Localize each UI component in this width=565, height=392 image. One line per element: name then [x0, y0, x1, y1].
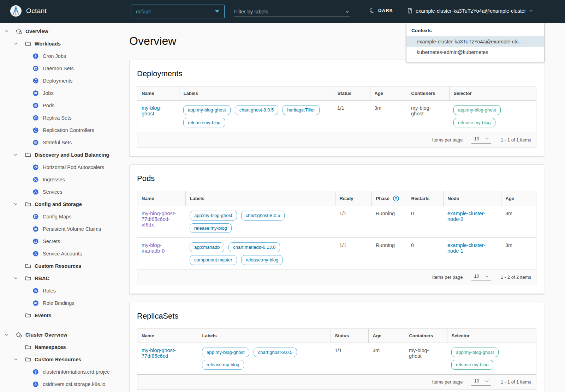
label-pill[interactable]: release:my-blog	[190, 223, 232, 233]
sidebar-item-cluster-overview[interactable]: Cluster Overview	[0, 328, 120, 341]
chevron-down-icon	[485, 274, 489, 278]
label-pill[interactable]: release:my-blog	[183, 118, 225, 128]
sidebar-item-stateful-sets[interactable]: Stateful Sets	[0, 136, 120, 149]
label-pill[interactable]: app:mariadb	[190, 242, 224, 252]
sidebar-item-roles[interactable]: Roles	[0, 284, 120, 297]
sidebar-item-role-bindings[interactable]: Role Bindings	[0, 297, 120, 309]
phase-cell: Running	[371, 238, 407, 270]
sidebar-item-custom-resources[interactable]: Custom Resources	[0, 260, 120, 272]
sidebar-item-clusterinformations[interactable]: clusterinformations.crd.projec	[0, 366, 120, 378]
label-pill[interactable]: chart:ghost-8.0.5	[235, 105, 279, 115]
pod-name-link[interactable]: my-blog-mariadb-0	[142, 242, 181, 254]
label-pill[interactable]: chart:ghost-8.0.5	[254, 348, 297, 357]
filter-icon[interactable]	[393, 195, 399, 201]
context-item-example-cluster[interactable]: example-cluster-ka3TuTzYo4a@example-clu…	[406, 36, 544, 47]
sidebar-item-config-and-storage[interactable]: Config and Storage	[0, 198, 120, 210]
chevron-down-icon[interactable]	[13, 41, 18, 46]
service-accounts-icon	[32, 251, 39, 257]
page-size-select[interactable]: 10	[471, 273, 491, 281]
page-size-select[interactable]: 10	[471, 378, 491, 386]
label-pill[interactable]: release:my-blog	[241, 255, 283, 265]
deployment-name-link[interactable]: my-blog-ghost	[142, 105, 173, 116]
stateful-sets-icon	[32, 139, 39, 146]
label-pill[interactable]: app:my-blog-ghost	[190, 211, 237, 221]
replicaset-name-link[interactable]: my-blog-ghost-77df85c6cd	[142, 348, 183, 359]
label-pill[interactable]: component:master	[190, 255, 237, 265]
context-selector-button[interactable]: example-cluster-ka3TuTzYo4a@example-clus…	[407, 8, 533, 14]
pagination-range: 1 - 1 of 1 items	[501, 137, 531, 143]
pod-name-link[interactable]: my-blog-ghost-77df85c6cd-vf6dx	[142, 211, 181, 228]
pagination-range: 1 - 2 of 2 items	[501, 275, 531, 280]
chevron-down-icon[interactable]	[345, 9, 350, 14]
sidebar-item-replication-controllers[interactable]: Replication Controllers	[0, 124, 120, 136]
context-item-kubernetes-admin[interactable]: kubernetes-admin@kubernetes	[406, 47, 544, 58]
sidebar-item-pods[interactable]: Pods	[0, 99, 120, 111]
age-cell: 3m	[501, 238, 536, 270]
restarts-cell: 0	[407, 238, 443, 270]
chevron-down-icon[interactable]	[13, 152, 18, 157]
sidebar-item-daemon-sets[interactable]: Daemon Sets	[0, 62, 120, 74]
col-header-ready: Ready	[335, 191, 371, 206]
col-header-labels: Labels	[198, 329, 331, 343]
replicasets-card: ReplicaSets Name Labels Status Age Conta…	[129, 302, 544, 392]
age-cell: 3m	[501, 206, 536, 238]
chevron-down-icon[interactable]	[13, 202, 18, 206]
sidebar-item-persistent-volume-claims[interactable]: Persistent Volume Claims	[0, 223, 120, 235]
sidebar-item-services[interactable]: Services	[0, 186, 120, 198]
restarts-cell: 0	[407, 206, 443, 238]
label-pill[interactable]: chart:ghost-8.0.5	[241, 211, 285, 221]
sidebar-item-csidrivers[interactable]: csidrivers.csi.storage.k8s.io	[0, 378, 120, 390]
label-pill[interactable]: release:my-blog	[202, 360, 244, 370]
node-link[interactable]: example-cluster-node-1	[447, 242, 492, 254]
chevron-down-icon[interactable]	[4, 29, 9, 34]
phase-header-label: Phase	[376, 196, 389, 201]
sidebar-item-horizontal-pod-autoscalers[interactable]: Horizontal Pod Autoscalers	[0, 161, 120, 173]
contexts-dropdown: Contexts example-cluster-ka3TuTzYo4a@exa…	[406, 23, 545, 62]
sidebar-item-secrets[interactable]: Secrets	[0, 235, 120, 247]
sidebar-item-service-accounts[interactable]: Service Accounts	[0, 247, 120, 260]
col-header-age: Age	[370, 86, 407, 101]
folder-icon	[25, 263, 31, 269]
app-title: Octant	[26, 7, 47, 15]
theme-toggle[interactable]: ☾ DARK	[369, 7, 393, 14]
sidebar-item-cron-jobs[interactable]: Cron Jobs	[0, 50, 120, 62]
chevron-down-icon[interactable]	[4, 332, 9, 337]
sidebar-item-deployments[interactable]: Deployments	[0, 74, 120, 87]
sidebar-nav: Overview Workloads Cron Jobs Daemon Sets…	[0, 23, 120, 392]
sidebar-item-rbac[interactable]: RBAC	[0, 272, 120, 284]
deployments-card: Deployments Name Labels Status Age Conta…	[129, 60, 544, 156]
sidebar-item-events[interactable]: Events	[0, 309, 120, 321]
pods-card: Pods Name Labels Ready Phase	[129, 164, 544, 294]
chevron-down-icon[interactable]	[13, 276, 18, 281]
sidebar-item-jobs[interactable]: Jobs	[0, 87, 120, 99]
deployments-card-title: Deployments	[137, 69, 536, 78]
secrets-icon	[32, 238, 39, 245]
page-size-select[interactable]: 10	[471, 136, 491, 144]
label-pill[interactable]: chart:mariadb-6.13.0	[228, 242, 280, 252]
sidebar-item-discovery-and-load-balancing[interactable]: Discovery and Load Balancing	[0, 149, 120, 161]
sidebar-item-namespaces[interactable]: Namespaces	[0, 341, 120, 353]
namespace-select[interactable]: default	[131, 5, 225, 18]
label-filter-input[interactable]	[234, 8, 345, 14]
col-header-name: Name	[137, 329, 198, 343]
persistent-volume-claims-icon	[32, 226, 39, 232]
sidebar-item-overview[interactable]: Overview	[0, 25, 120, 37]
sidebar-item-replica-sets[interactable]: Replica Sets	[0, 111, 120, 124]
sidebar-item-cluster-custom-resources[interactable]: Custom Resources	[0, 353, 120, 366]
folder-icon	[25, 41, 31, 46]
sidebar-item-workloads[interactable]: Workloads	[0, 37, 120, 50]
contexts-dropdown-title: Contexts	[406, 23, 544, 36]
sidebar-item-config-maps[interactable]: Config Maps	[0, 210, 120, 223]
label-pill[interactable]: app:my-blog-ghost	[183, 105, 231, 115]
node-link[interactable]: example-cluster-node-2	[447, 211, 492, 222]
label-pill[interactable]: app:my-blog-ghost	[202, 348, 249, 357]
horizontal-pod-autoscalers-icon	[32, 164, 39, 170]
label-pill[interactable]: heritage:Tiller	[282, 105, 319, 115]
cluster-overview-icon	[16, 332, 22, 338]
phase-cell: Running	[371, 206, 407, 238]
status-cell: 1/1	[331, 343, 368, 374]
sidebar-item-ingresses[interactable]: Ingresses	[0, 173, 120, 186]
chevron-down-icon[interactable]	[13, 357, 18, 362]
services-icon	[32, 189, 39, 195]
ready-cell: 1/1	[335, 206, 371, 238]
